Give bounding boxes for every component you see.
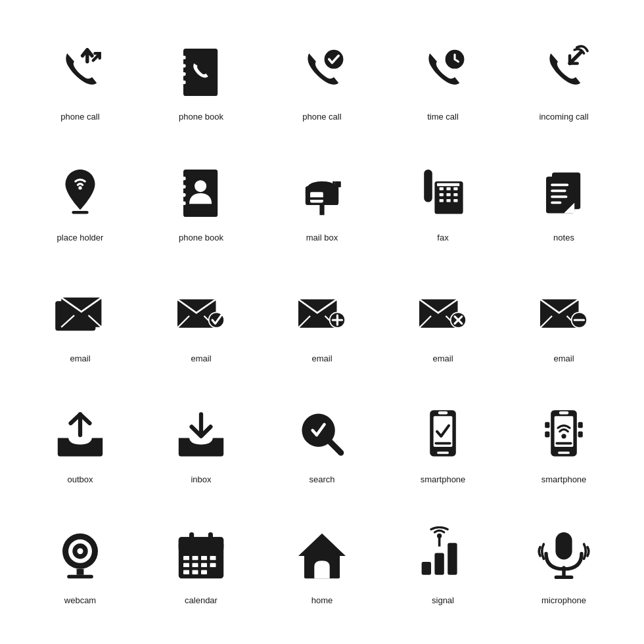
calendar-icon — [168, 523, 234, 589]
svg-rect-101 — [201, 570, 207, 574]
email-minus-icon — [531, 281, 597, 347]
svg-rect-72 — [545, 431, 549, 437]
incoming-call-icon — [531, 39, 597, 105]
fax-icon — [410, 160, 476, 226]
notes-icon — [531, 160, 597, 226]
phone-book-1-label: phone book — [179, 112, 223, 122]
phone-call-outgoing-label: phone call — [60, 112, 99, 122]
svg-rect-8 — [72, 211, 88, 214]
outbox-label: outbox — [67, 474, 93, 484]
incoming-call-label: incoming call — [539, 112, 588, 122]
webcam-label: webcam — [64, 595, 96, 605]
icon-cell-search: search — [262, 382, 382, 503]
svg-rect-107 — [438, 538, 441, 547]
webcam-icon — [47, 523, 113, 589]
svg-rect-90 — [208, 532, 213, 543]
svg-rect-79 — [555, 442, 572, 444]
phone-book-1-icon — [168, 39, 234, 105]
icon-cell-outbox: outbox — [20, 382, 141, 503]
svg-rect-13 — [180, 201, 186, 204]
phone-call-check-label: phone call — [302, 112, 341, 122]
svg-rect-91 — [183, 556, 189, 560]
svg-rect-92 — [193, 556, 198, 560]
svg-rect-74 — [578, 431, 583, 437]
svg-rect-88 — [179, 544, 223, 550]
svg-point-14 — [195, 180, 206, 192]
svg-rect-85 — [67, 574, 93, 578]
svg-rect-97 — [201, 563, 207, 566]
icon-cell-phone-book-1: phone book — [141, 20, 262, 141]
email-check-label: email — [191, 354, 211, 363]
icon-cell-home: home — [262, 503, 382, 624]
phone-book-2-icon — [168, 160, 234, 226]
signal-label: signal — [432, 595, 454, 605]
svg-rect-109 — [555, 575, 574, 578]
inbox-label: inbox — [191, 474, 211, 484]
svg-rect-100 — [193, 570, 198, 574]
icon-cell-phone-book-2: phone book — [141, 141, 262, 262]
svg-rect-29 — [440, 199, 444, 202]
svg-rect-38 — [551, 201, 561, 204]
email-plain-icon — [47, 281, 113, 347]
icon-cell-mail-box: mail box — [262, 141, 382, 262]
home-label: home — [311, 595, 333, 605]
email-minus-label: email — [553, 354, 574, 363]
svg-rect-18 — [333, 181, 335, 193]
place-holder-label: place holder — [57, 233, 104, 242]
svg-point-7 — [78, 186, 81, 189]
svg-rect-21 — [424, 170, 432, 202]
svg-rect-71 — [545, 422, 549, 428]
svg-rect-22 — [434, 181, 463, 214]
svg-rect-77 — [558, 451, 570, 454]
smartphone-wifi-label: smartphone — [541, 474, 587, 484]
email-add-icon — [289, 281, 355, 347]
svg-point-106 — [437, 533, 442, 538]
mail-box-icon — [289, 160, 355, 226]
smartphone-check-icon — [410, 402, 476, 468]
phone-book-2-label: phone book — [179, 233, 223, 242]
icon-cell-phone-call-check: phone call — [262, 20, 382, 141]
time-call-icon — [410, 39, 476, 105]
icon-cell-signal: signal — [382, 503, 503, 624]
email-delete-label: email — [432, 354, 453, 363]
signal-icon — [410, 523, 476, 589]
search-label: search — [309, 474, 334, 484]
smartphone-check-label: smartphone — [421, 474, 466, 484]
email-check-icon — [168, 281, 234, 347]
icon-cell-smartphone-wifi: smartphone — [503, 382, 624, 503]
svg-rect-1 — [180, 55, 186, 58]
inbox-icon — [168, 402, 234, 468]
microphone-icon — [531, 523, 597, 589]
svg-rect-12 — [180, 193, 186, 196]
icon-cell-webcam: webcam — [20, 503, 141, 624]
icon-grid: phone call phone book — [20, 20, 624, 624]
icon-cell-smartphone-check: smartphone — [382, 382, 503, 503]
email-add-label: email — [311, 354, 332, 363]
outbox-icon — [47, 402, 113, 468]
svg-rect-69 — [434, 442, 451, 444]
email-plain-label: email — [70, 354, 90, 363]
svg-rect-10 — [180, 176, 186, 179]
svg-rect-67 — [438, 411, 448, 415]
svg-rect-95 — [183, 563, 189, 566]
svg-rect-2 — [180, 64, 186, 67]
svg-rect-84 — [77, 568, 84, 574]
svg-rect-96 — [193, 563, 198, 566]
notes-label: notes — [553, 233, 574, 242]
svg-rect-24 — [446, 187, 450, 191]
icon-cell-incoming-call: incoming call — [503, 20, 624, 141]
icon-cell-inbox: inbox — [141, 382, 262, 503]
svg-rect-103 — [422, 562, 431, 575]
svg-rect-25 — [453, 187, 457, 191]
svg-rect-11 — [180, 185, 186, 188]
svg-rect-93 — [201, 556, 207, 560]
svg-line-64 — [331, 442, 341, 452]
svg-rect-89 — [189, 532, 194, 543]
icon-cell-notes: notes — [503, 141, 624, 262]
svg-rect-105 — [448, 543, 457, 575]
smartphone-wifi-icon — [531, 402, 597, 468]
place-holder-icon — [47, 160, 113, 226]
icon-cell-fax: fax — [382, 141, 503, 262]
svg-rect-23 — [440, 187, 444, 191]
svg-rect-32 — [437, 183, 459, 186]
